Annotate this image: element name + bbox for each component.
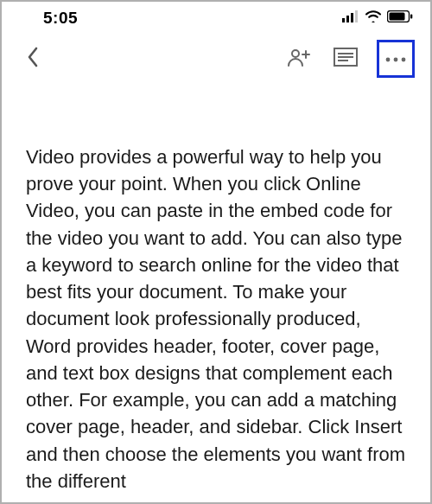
wifi-icon xyxy=(365,10,382,26)
status-bar: 5:05 xyxy=(2,2,430,31)
cellular-signal-icon xyxy=(342,10,359,26)
svg-point-14 xyxy=(386,58,391,62)
svg-point-16 xyxy=(402,58,406,62)
more-button[interactable] xyxy=(384,51,407,67)
svg-rect-3 xyxy=(355,10,358,22)
chevron-left-icon xyxy=(26,46,40,72)
document-body[interactable]: Video provides a powerful way to help yo… xyxy=(2,81,430,494)
person-add-icon xyxy=(287,48,311,70)
svg-rect-2 xyxy=(351,13,353,22)
svg-rect-5 xyxy=(390,13,405,21)
svg-point-7 xyxy=(292,50,299,57)
svg-rect-0 xyxy=(342,18,345,22)
svg-point-15 xyxy=(394,58,398,62)
svg-rect-6 xyxy=(410,15,412,19)
share-button[interactable] xyxy=(283,43,314,74)
document-paragraph: Video provides a powerful way to help yo… xyxy=(26,144,406,494)
battery-icon xyxy=(387,10,413,26)
more-horizontal-icon xyxy=(384,51,407,67)
status-time: 5:05 xyxy=(43,9,78,28)
outline-button[interactable] xyxy=(330,43,361,74)
back-button[interactable] xyxy=(17,43,48,74)
app-toolbar xyxy=(2,31,430,81)
more-button-highlight xyxy=(377,40,415,78)
status-indicators xyxy=(342,10,413,26)
svg-rect-1 xyxy=(346,16,349,22)
list-lines-icon xyxy=(334,48,358,70)
